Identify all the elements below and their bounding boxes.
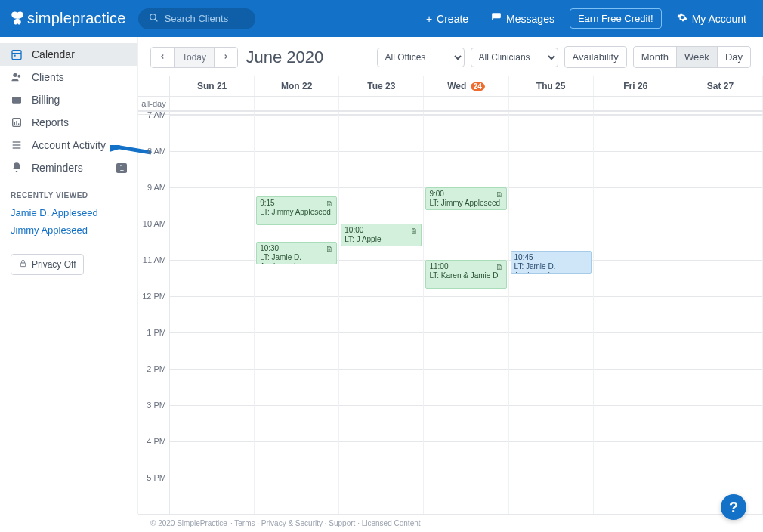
butterfly-icon bbox=[9, 11, 26, 27]
hour-label: 9 AM bbox=[138, 183, 169, 219]
event-label: LT: Jimmy Appleseed bbox=[429, 199, 500, 207]
nav-icon bbox=[11, 48, 23, 60]
nav-icon bbox=[11, 162, 23, 174]
nav-icon bbox=[11, 94, 23, 106]
hour-label: 4 PM bbox=[138, 437, 169, 473]
footer-link[interactable]: Support bbox=[329, 519, 355, 527]
lock-icon bbox=[19, 259, 27, 270]
document-icon: 🗎 bbox=[496, 190, 503, 200]
availability-button[interactable]: Availability bbox=[564, 46, 627, 68]
day-header: Wed 24 bbox=[424, 76, 508, 96]
svg-point-0 bbox=[150, 14, 156, 20]
event-time: 9:15 bbox=[260, 199, 333, 208]
day-column[interactable]: 10:00LT: J Apple🗎 bbox=[339, 115, 424, 514]
document-icon: 🗎 bbox=[326, 245, 333, 254]
nav-label: Calendar bbox=[32, 48, 75, 60]
day-column[interactable] bbox=[170, 115, 255, 514]
create-button[interactable]: + Create bbox=[419, 8, 476, 29]
svg-rect-4 bbox=[14, 55, 16, 57]
calendar-event[interactable]: 10:45LT: Jamie D. Appleseed bbox=[511, 251, 592, 274]
footer-link[interactable]: Privacy & Security bbox=[261, 519, 323, 527]
month-view-tab[interactable]: Month bbox=[634, 47, 676, 67]
calendar-event[interactable]: 10:30LT: Jamie D. Appleseed🗎 bbox=[256, 242, 337, 264]
sidebar-item-reminders[interactable]: Reminders1 bbox=[0, 156, 137, 179]
plus-icon: + bbox=[426, 13, 432, 25]
messages-link[interactable]: Messages bbox=[483, 8, 562, 29]
document-icon: 🗎 bbox=[410, 227, 418, 236]
day-column[interactable]: 9:00LT: Jimmy Appleseed🗎11:00LT: Karen &… bbox=[424, 115, 508, 514]
hour-label: 12 PM bbox=[138, 292, 169, 328]
hour-label: 1 PM bbox=[138, 328, 169, 364]
recent-link[interactable]: Jimmy Appleseed bbox=[0, 221, 137, 239]
week-view-tab[interactable]: Week bbox=[676, 47, 717, 67]
search-icon bbox=[149, 13, 159, 25]
search-box[interactable] bbox=[138, 8, 255, 29]
day-header: Sat 27 bbox=[678, 76, 763, 96]
privacy-off-button[interactable]: Privacy Off bbox=[11, 254, 84, 275]
day-column[interactable]: 9:15LT: Jimmy Appleseed🗎10:30LT: Jamie D… bbox=[255, 115, 339, 514]
calendar-content: Today June 2020 All Offices All Clinicia… bbox=[138, 37, 763, 514]
prev-button[interactable] bbox=[151, 48, 174, 67]
allday-label: all-day bbox=[138, 97, 170, 110]
hour-label: 3 PM bbox=[138, 401, 169, 437]
recently-viewed-header: RECENTLY VIEWED bbox=[0, 179, 137, 204]
nav-label: Reminders bbox=[32, 162, 83, 174]
footer: © 2020 SimplePractice · Terms · Privacy … bbox=[138, 514, 763, 532]
sidebar-item-calendar[interactable]: Calendar bbox=[0, 43, 137, 66]
grid-body[interactable]: 7 AM8 AM9 AM10 AM11 AM12 PM1 PM2 PM3 PM4… bbox=[138, 115, 763, 514]
event-label: LT: J Apple bbox=[344, 235, 381, 243]
document-icon: 🗎 bbox=[496, 263, 503, 272]
gear-icon bbox=[677, 12, 687, 25]
badge: 1 bbox=[116, 163, 127, 173]
svg-point-5 bbox=[13, 73, 17, 77]
day-header: Sun 21 bbox=[170, 76, 255, 96]
day-header: Fri 26 bbox=[594, 76, 678, 96]
calendar-event[interactable]: 9:15LT: Jimmy Appleseed🗎 bbox=[256, 196, 337, 225]
event-time: 10:30 bbox=[260, 244, 333, 253]
sidebar-item-reports[interactable]: Reports bbox=[0, 111, 137, 134]
event-time: 10:00 bbox=[344, 226, 418, 235]
day-column[interactable]: 10:45LT: Jamie D. Appleseed bbox=[509, 115, 594, 514]
earn-free-credit-button[interactable]: Earn Free Credit! bbox=[570, 8, 662, 29]
day-header: Tue 23 bbox=[339, 76, 424, 96]
event-label: LT: Jamie D. Appleseed bbox=[260, 253, 301, 264]
sidebar-item-account-activity[interactable]: Account Activity bbox=[0, 134, 137, 156]
event-label: LT: Karen & Jamie D bbox=[429, 271, 498, 280]
day-view-tab[interactable]: Day bbox=[717, 47, 750, 67]
sidebar-item-billing[interactable]: Billing bbox=[0, 88, 137, 111]
svg-rect-9 bbox=[14, 122, 15, 125]
svg-point-6 bbox=[17, 75, 20, 78]
today-pill: 24 bbox=[471, 82, 485, 91]
event-label: LT: Jimmy Appleseed bbox=[260, 208, 331, 216]
event-time: 11:00 bbox=[429, 262, 502, 271]
search-input[interactable] bbox=[165, 13, 245, 24]
clinicians-select[interactable]: All Clinicians bbox=[471, 48, 558, 67]
nav-label: Account Activity bbox=[32, 139, 106, 151]
allday-row: all-day bbox=[138, 97, 763, 112]
nav-icon bbox=[11, 116, 23, 128]
day-header: Thu 25 bbox=[509, 76, 594, 96]
calendar-toolbar: Today June 2020 All Offices All Clinicia… bbox=[138, 37, 763, 76]
svg-rect-2 bbox=[12, 51, 21, 60]
my-account-link[interactable]: My Account bbox=[669, 8, 754, 29]
hour-label: 2 PM bbox=[138, 364, 169, 401]
calendar-event[interactable]: 11:00LT: Karen & Jamie D🗎 bbox=[425, 260, 506, 289]
brand-logo[interactable]: simplepractice bbox=[9, 10, 126, 27]
help-fab[interactable]: ? bbox=[721, 494, 746, 520]
recent-link[interactable]: Jamie D. Appleseed bbox=[0, 204, 137, 221]
svg-rect-15 bbox=[20, 263, 25, 267]
day-header-row: Sun 21Mon 22Tue 23Wed 24Thu 25Fri 26Sat … bbox=[138, 76, 763, 97]
chat-icon bbox=[491, 12, 502, 25]
footer-link[interactable]: Licensed Content bbox=[362, 519, 421, 527]
calendar-grid: Sun 21Mon 22Tue 23Wed 24Thu 25Fri 26Sat … bbox=[138, 76, 763, 514]
footer-link[interactable]: Terms bbox=[234, 519, 255, 527]
nav-label: Billing bbox=[32, 94, 60, 106]
day-column[interactable] bbox=[594, 115, 678, 514]
calendar-event[interactable]: 9:00LT: Jimmy Appleseed🗎 bbox=[425, 187, 506, 210]
day-column[interactable] bbox=[678, 115, 763, 514]
sidebar: CalendarClientsBillingReportsAccount Act… bbox=[0, 37, 138, 514]
svg-rect-7 bbox=[12, 97, 21, 104]
calendar-event[interactable]: 10:00LT: J Apple🗎 bbox=[341, 224, 422, 246]
sidebar-item-clients[interactable]: Clients bbox=[0, 66, 137, 88]
offices-select[interactable]: All Offices bbox=[377, 48, 465, 67]
